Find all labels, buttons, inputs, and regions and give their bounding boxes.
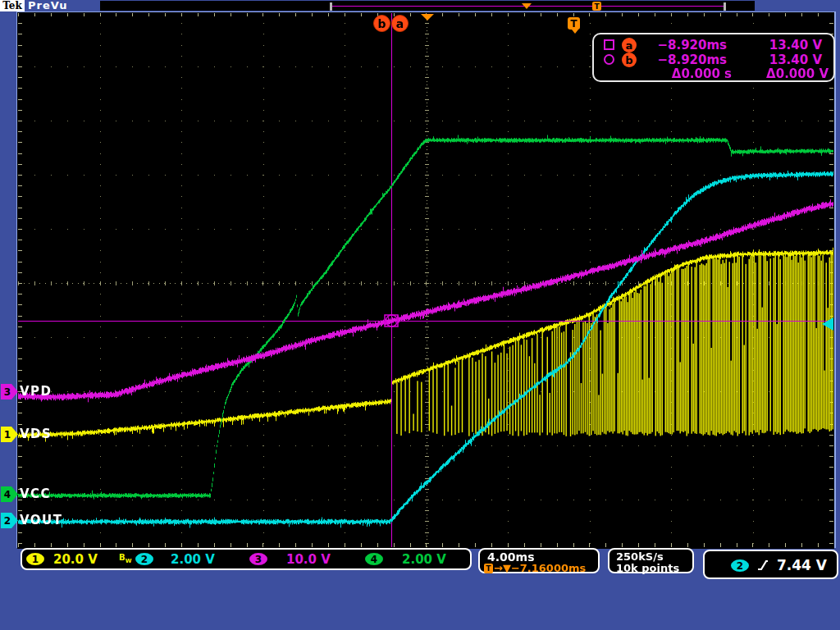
cursor-b-badge: b [622, 52, 637, 67]
trigger-position-pin-icon [572, 30, 578, 34]
delay-arrows-icon: →▼ [494, 562, 511, 574]
trace-label-vcc: VCC [20, 487, 51, 501]
waveform-canvas [0, 0, 840, 630]
cursor-a-row: a −8.920ms 13.40 V [594, 38, 833, 52]
bandwidth-limit-icon: BW [119, 553, 131, 564]
trigger-source-badge: 2 [731, 559, 749, 572]
acquisition-mode-label: PreVu [28, 0, 68, 11]
channel-4-scale: 2.00 V [402, 552, 446, 567]
title-bar: Tek PreVu T [0, 0, 840, 11]
horizontal-settings-box[interactable]: 4.00ms T →▼ −7.16000ms [478, 548, 600, 573]
trace-label-vpd: VPD [20, 385, 52, 399]
cursor-b-circle-icon [604, 54, 614, 65]
channel-3-scale: 10.0 V [286, 552, 331, 567]
trigger-position-icon: T [592, 2, 601, 11]
cursor-a-badge: a [622, 38, 637, 52]
trigger-position-icon[interactable]: T [568, 17, 580, 30]
rising-edge-icon [756, 558, 770, 573]
cursor-a-value: 13.40 V [732, 38, 822, 52]
channel-1-badge[interactable]: 1 [26, 553, 44, 565]
channel-4-badge[interactable]: 4 [365, 553, 383, 565]
window-bracket-left [330, 2, 332, 11]
cursor-b-handle[interactable]: b [373, 15, 390, 32]
channel-2-scale: 2.00 V [171, 552, 215, 567]
cursor-delta-time: Δ0.000 s [645, 66, 732, 81]
trigger-delay-readout: T →▼ −7.16000ms [484, 562, 586, 574]
trigger-level-readout: 7.44 V [777, 557, 827, 573]
trigger-icon: T [484, 564, 493, 573]
window-bracket-right [724, 2, 726, 11]
cursor-a-square-icon [604, 39, 614, 50]
cursor-b-row: b −8.920ms 13.40 V [594, 52, 833, 66]
expansion-point-icon [421, 14, 434, 21]
channel-3-badge[interactable]: 3 [249, 553, 267, 565]
trace-label-vds: VDS [20, 427, 52, 441]
record-length-readout: 10k points [616, 562, 679, 574]
sample-rate-readout: 250kS/s [616, 550, 664, 563]
cursor-delta-row: Δ0.000 s Δ0.000 V [594, 66, 833, 80]
record-view-strip[interactable]: T [100, 1, 755, 11]
channel-scales-box[interactable]: 1 20.0 V BW 2 2.00 V 3 10.0 V 4 2.00 V [21, 548, 472, 570]
trace-label-vout: VOUT [20, 514, 63, 527]
cursor-readout-box: a −8.920ms 13.40 V b −8.920ms 13.40 V Δ0… [592, 33, 835, 82]
cursor-b-value: 13.40 V [732, 52, 822, 67]
tek-logo: Tek [0, 0, 25, 11]
delay-value: −7.16000ms [511, 562, 586, 574]
cursor-delta-value: Δ0.000 V [732, 66, 829, 81]
expansion-point-icon [522, 3, 532, 9]
cursor-a-time: −8.920ms [645, 38, 727, 52]
channel-1-scale: 20.0 V [53, 552, 98, 567]
trigger-settings-box[interactable]: 2 7.44 V [703, 550, 838, 579]
cursor-a-handle[interactable]: a [391, 15, 409, 32]
cursor-b-time: −8.920ms [645, 52, 727, 67]
acquisition-box[interactable]: 250kS/s 10k points [608, 548, 694, 573]
channel-2-badge[interactable]: 2 [135, 553, 153, 565]
oscilloscope-screen: Tek PreVu T T b a 3 1 4 2 VPD VDS VCC VO… [0, 0, 840, 630]
